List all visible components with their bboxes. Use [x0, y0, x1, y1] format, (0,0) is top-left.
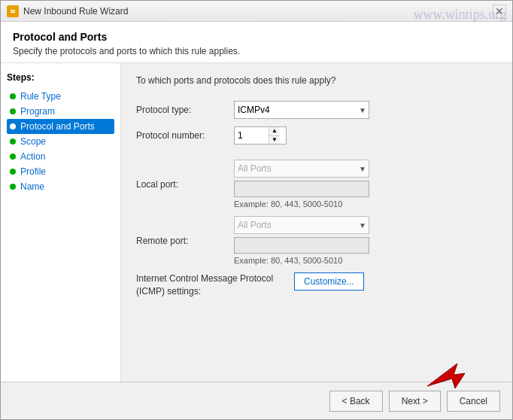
right-panel: To which ports and protocols does this r… — [121, 63, 512, 382]
sidebar-label-action: Action — [20, 151, 45, 162]
title-bar-left: New Inbound Rule Wizard — [7, 5, 128, 17]
local-port-text-input[interactable] — [234, 181, 369, 197]
dot-program — [10, 108, 16, 114]
dot-protocol-ports — [10, 123, 16, 129]
main-content: Steps: Rule Type Program Protocol and Po… — [1, 63, 512, 382]
dot-profile — [10, 169, 16, 175]
sidebar-label-name: Name — [20, 181, 44, 192]
sidebar-item-rule-type[interactable]: Rule Type — [7, 89, 114, 104]
sidebar-label-program: Program — [20, 106, 55, 117]
spin-up-button[interactable]: ▲ — [269, 127, 280, 136]
remote-port-row: Remote port: All Ports ▼ Example: 80, 44… — [136, 216, 497, 265]
next-button[interactable]: Next > — [389, 391, 441, 412]
sidebar-heading: Steps: — [7, 72, 114, 83]
protocol-number-row: Protocol number: ▲ ▼ — [136, 126, 497, 145]
svg-marker-3 — [427, 364, 465, 388]
page-title: Protocol and Ports — [13, 31, 500, 43]
sidebar-item-name[interactable]: Name — [7, 179, 114, 194]
arrow-indicator — [423, 360, 469, 392]
dot-action — [10, 154, 16, 160]
remote-port-select-wrapper: All Ports ▼ — [234, 216, 369, 234]
sidebar-item-action[interactable]: Action — [7, 149, 114, 164]
page-header: Protocol and Ports Specify the protocols… — [1, 22, 512, 63]
dot-rule-type — [10, 93, 16, 99]
protocol-type-label: Protocol type: — [136, 105, 234, 115]
protocol-number-label: Protocol number: — [136, 130, 234, 141]
page-subtitle: Specify the protocols and ports to which… — [13, 46, 500, 56]
remote-port-text-input[interactable] — [234, 237, 369, 254]
sidebar-label-rule-type: Rule Type — [20, 91, 61, 102]
svg-rect-0 — [9, 8, 17, 15]
spin-down-button[interactable]: ▼ — [269, 136, 280, 145]
protocol-number-input[interactable] — [235, 127, 269, 144]
protocol-type-select[interactable]: ICMPv4 Any Custom TCP UDP ICMPv6 IPv6 — [234, 101, 369, 119]
sidebar-item-program[interactable]: Program — [7, 104, 114, 119]
spin-buttons: ▲ ▼ — [269, 127, 280, 144]
local-port-select[interactable]: All Ports — [234, 160, 369, 178]
protocol-number-control: ▲ ▼ — [234, 126, 497, 145]
dot-scope — [10, 138, 16, 145]
svg-rect-1 — [11, 10, 15, 11]
question-text: To which ports and protocols does this r… — [136, 75, 497, 86]
sidebar: Steps: Rule Type Program Protocol and Po… — [1, 63, 121, 382]
local-port-row: Local port: All Ports ▼ Example: 80, 443… — [136, 160, 497, 208]
wizard-window: www.wintips.org New Inbound Rule Wizard … — [0, 0, 513, 420]
dot-name — [10, 184, 16, 190]
protocol-type-select-wrapper: ICMPv4 Any Custom TCP UDP ICMPv6 IPv6 ▼ — [234, 101, 369, 119]
close-button[interactable]: ✕ — [493, 5, 506, 18]
protocol-type-row: Protocol type: ICMPv4 Any Custom TCP UDP… — [136, 101, 497, 119]
sidebar-label-profile: Profile — [20, 166, 46, 177]
cancel-button[interactable]: Cancel — [447, 391, 500, 412]
svg-rect-2 — [11, 11, 15, 13]
local-port-example: Example: 80, 443, 5000-5010 — [234, 199, 497, 208]
back-button[interactable]: < Back — [329, 391, 383, 412]
title-bar: New Inbound Rule Wizard ✕ — [1, 1, 512, 22]
sidebar-item-scope[interactable]: Scope — [7, 134, 114, 149]
local-port-label: Local port: — [136, 179, 234, 190]
content-area: Protocol and Ports Specify the protocols… — [1, 22, 512, 382]
wizard-icon — [7, 5, 19, 17]
customize-button[interactable]: Customize... — [294, 272, 364, 291]
sidebar-item-protocol-ports[interactable]: Protocol and Ports — [7, 119, 114, 134]
local-port-control: All Ports ▼ Example: 80, 443, 5000-5010 — [234, 160, 497, 208]
protocol-number-wrapper: ▲ ▼ — [234, 126, 287, 145]
remote-port-control: All Ports ▼ Example: 80, 443, 5000-5010 — [234, 216, 497, 265]
protocol-type-control: ICMPv4 Any Custom TCP UDP ICMPv6 IPv6 ▼ — [234, 101, 497, 119]
window-title: New Inbound Rule Wizard — [23, 6, 128, 17]
sidebar-label-scope: Scope — [20, 136, 46, 147]
sidebar-label-protocol-ports: Protocol and Ports — [20, 121, 95, 132]
remote-port-example: Example: 80, 443, 5000-5010 — [234, 256, 497, 265]
icmp-label: Internet Control Message Protocol (ICMP)… — [136, 272, 294, 298]
sidebar-item-profile[interactable]: Profile — [7, 164, 114, 179]
remote-port-select[interactable]: All Ports — [234, 216, 369, 234]
local-port-select-wrapper: All Ports ▼ — [234, 160, 369, 178]
icmp-row: Internet Control Message Protocol (ICMP)… — [136, 272, 497, 298]
remote-port-label: Remote port: — [136, 236, 234, 246]
